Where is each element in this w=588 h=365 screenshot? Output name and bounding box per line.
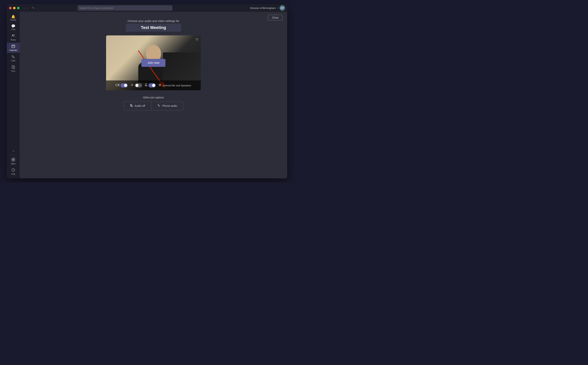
sidebar-item-apps[interactable]: Apps bbox=[7, 156, 20, 166]
svg-text:?: ? bbox=[13, 169, 14, 172]
back-button[interactable]: ‹ bbox=[22, 6, 26, 10]
sidebar-item-calls[interactable]: Calls bbox=[7, 53, 20, 63]
svg-point-18 bbox=[131, 84, 133, 86]
teams-icon bbox=[11, 34, 15, 38]
phone-audio-label: Phone audio bbox=[162, 104, 177, 107]
join-options-title: Other join options bbox=[123, 96, 184, 99]
sidebar-label-activity: Activity bbox=[10, 19, 16, 21]
phone-audio-button[interactable]: Phone audio bbox=[151, 101, 183, 110]
svg-point-22 bbox=[133, 85, 134, 85]
svg-line-27 bbox=[130, 104, 133, 107]
svg-rect-10 bbox=[14, 158, 15, 159]
mic-toggle[interactable] bbox=[149, 83, 156, 87]
sidebar-item-more[interactable]: ··· bbox=[7, 147, 20, 154]
close-traffic-light[interactable] bbox=[9, 7, 12, 9]
phone-audio-icon bbox=[157, 104, 161, 108]
apps-icon bbox=[11, 158, 15, 162]
sidebar-label-calendar: Calendar bbox=[9, 49, 17, 51]
svg-point-0 bbox=[12, 35, 13, 35]
sidebar-divider bbox=[9, 155, 17, 155]
files-icon bbox=[11, 65, 15, 70]
svg-point-21 bbox=[131, 85, 131, 85]
calendar-icon bbox=[11, 44, 15, 49]
svg-point-19 bbox=[132, 84, 132, 84]
mic-control-group bbox=[145, 83, 156, 87]
sidebar-label-help: Help bbox=[11, 173, 15, 175]
settings-icon bbox=[158, 84, 161, 87]
camera-corner-icon: 📷 bbox=[195, 38, 198, 41]
search-input[interactable] bbox=[78, 5, 172, 11]
minimize-traffic-light[interactable] bbox=[13, 7, 15, 9]
settings-subtitle: Choose your audio and video settings for bbox=[128, 19, 179, 22]
blur-toggle[interactable] bbox=[135, 83, 142, 87]
svg-rect-11 bbox=[12, 160, 13, 161]
svg-rect-6 bbox=[12, 65, 14, 69]
audio-device-group: Internal Mic and Speakers bbox=[158, 84, 191, 87]
sidebar-item-activity[interactable]: 🔔 Activity bbox=[7, 14, 20, 22]
activity-icon: 🔔 bbox=[11, 15, 15, 18]
sidebar: 🔔 Activity 💬 Chat Teams bbox=[7, 12, 20, 178]
svg-rect-2 bbox=[12, 45, 15, 48]
svg-point-20 bbox=[132, 86, 132, 86]
main-area: 🔔 Activity 💬 Chat Teams bbox=[7, 12, 287, 178]
content-area: Close Choose your audio and video settin… bbox=[20, 12, 287, 178]
blur-icon bbox=[130, 83, 134, 87]
audio-device-button[interactable]: Internal Mic and Speakers bbox=[163, 84, 191, 87]
close-button[interactable]: Close bbox=[268, 15, 283, 21]
join-options-section: Other join options Audio off bbox=[123, 96, 184, 110]
video-preview-container: 📷 Join now bbox=[106, 35, 201, 90]
sidebar-item-teams[interactable]: Teams bbox=[7, 32, 20, 42]
join-options-bar: Audio off Phone audio bbox=[123, 101, 184, 110]
meeting-title: Test Meeting bbox=[126, 24, 181, 32]
svg-rect-9 bbox=[12, 158, 13, 159]
help-icon: ? bbox=[11, 168, 15, 172]
mic-icon bbox=[145, 83, 147, 87]
video-controls-bar: Internal Mic and Speakers bbox=[106, 80, 201, 90]
camera-toggle[interactable] bbox=[120, 83, 128, 87]
sidebar-item-files[interactable]: Files bbox=[7, 64, 20, 74]
sidebar-item-calendar[interactable]: Calendar bbox=[7, 43, 20, 53]
nav-buttons: ‹ › bbox=[22, 6, 29, 10]
teams-window: ‹ › ✎ Diocese of Birmingham ▾ AP 🔔 Activ… bbox=[7, 4, 287, 178]
audio-off-button[interactable]: Audio off bbox=[124, 101, 151, 110]
sidebar-label-apps: Apps bbox=[11, 163, 15, 165]
sidebar-label-teams: Teams bbox=[10, 39, 16, 41]
edit-button[interactable]: ✎ bbox=[31, 6, 35, 10]
more-icon: ··· bbox=[12, 149, 14, 153]
svg-point-25 bbox=[159, 84, 160, 85]
tenant-name: Diocese of Birmingham bbox=[250, 7, 276, 9]
svg-rect-23 bbox=[145, 84, 147, 85]
camera-icon bbox=[116, 84, 119, 87]
traffic-lights bbox=[9, 7, 20, 9]
calls-icon bbox=[11, 55, 15, 59]
audio-off-label: Audio off bbox=[135, 104, 145, 107]
camera-control-group bbox=[116, 83, 128, 87]
sidebar-label-calls: Calls bbox=[11, 60, 15, 62]
svg-rect-12 bbox=[14, 160, 15, 161]
title-bar: ‹ › ✎ Diocese of Birmingham ▾ AP bbox=[7, 4, 287, 12]
chevron-down-icon[interactable]: ▾ bbox=[277, 7, 278, 9]
svg-point-1 bbox=[14, 35, 14, 35]
join-now-button[interactable]: Join now bbox=[141, 59, 165, 67]
forward-button[interactable]: › bbox=[27, 6, 30, 10]
sidebar-label-chat: Chat bbox=[11, 28, 15, 30]
sidebar-item-chat[interactable]: 💬 Chat bbox=[7, 23, 20, 32]
blur-control-group bbox=[130, 83, 142, 87]
chat-icon: 💬 bbox=[11, 24, 15, 28]
sidebar-label-files: Files bbox=[11, 70, 15, 72]
avatar[interactable]: AP bbox=[280, 5, 285, 11]
sidebar-item-help[interactable]: ? Help bbox=[7, 167, 20, 177]
svg-rect-17 bbox=[116, 84, 118, 86]
maximize-traffic-light[interactable] bbox=[17, 7, 20, 9]
tenant-area: Diocese of Birmingham ▾ AP bbox=[250, 5, 285, 11]
audio-off-icon bbox=[130, 104, 133, 108]
